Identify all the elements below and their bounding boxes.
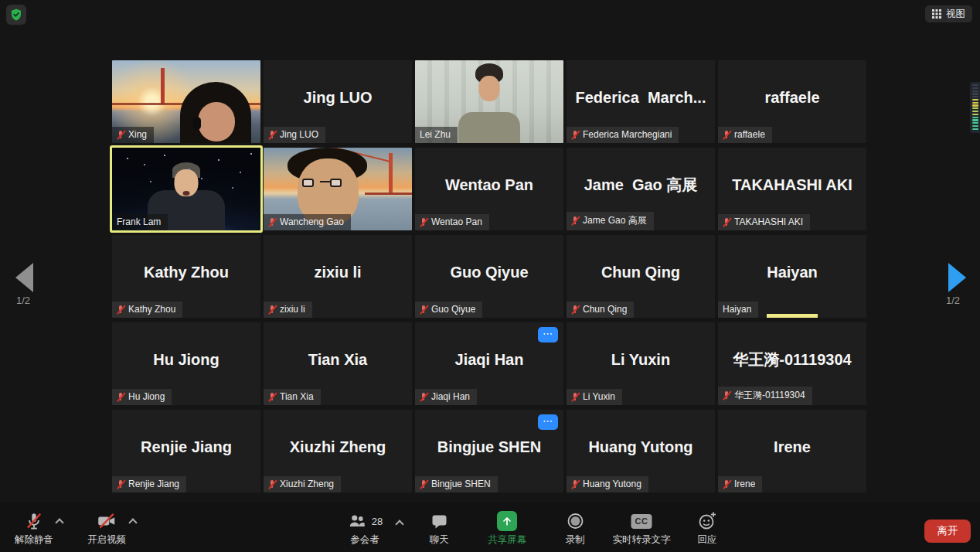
participant-name-center: Federica March... <box>567 60 715 135</box>
participant-tile[interactable]: Lei Zhu <box>415 60 563 143</box>
meter-segment <box>972 104 978 106</box>
participant-tile[interactable]: Haiyan Haiyan <box>718 235 866 318</box>
mic-muted-icon <box>117 392 124 402</box>
mic-muted-icon <box>571 392 579 402</box>
record-label: 录制 <box>566 533 585 547</box>
meter-segment <box>972 125 978 127</box>
participants-options-chevron[interactable] <box>395 520 403 528</box>
participant-tile[interactable]: ⋯ Bingjue SHEN Bingjue SHEN <box>415 410 563 492</box>
participant-tile[interactable]: Li Yuxin Li Yuxin <box>567 322 715 405</box>
participant-tile[interactable]: Huang Yutong Huang Yutong <box>567 410 715 492</box>
participant-tile[interactable]: Wentao Pan Wentao Pan <box>415 148 563 230</box>
participant-label-text: Wancheng Gao <box>280 216 344 227</box>
meter-segment <box>972 102 978 104</box>
participant-tile[interactable]: 华王漪-01119304 华王漪-01119304 <box>718 322 866 405</box>
live-transcript-button[interactable]: CC 实时转录文字 <box>613 510 671 547</box>
participant-tile[interactable]: Guo Qiyue Guo Qiyue <box>415 235 563 318</box>
share-screen-icon <box>497 511 517 531</box>
participant-label-text: Chun Qing <box>583 304 627 315</box>
mic-muted-icon <box>268 217 276 227</box>
participant-label: raffaele <box>718 127 772 143</box>
unmute-label: 解除静音 <box>15 533 53 547</box>
participant-tile[interactable]: Xiuzhi Zheng Xiuzhi Zheng <box>264 410 412 492</box>
participant-label: Lei Zhu <box>415 127 458 143</box>
reactions-button[interactable]: 回应 <box>697 510 717 547</box>
person-face <box>479 76 500 101</box>
participant-name-center: Jing LUO <box>264 60 412 135</box>
participant-tile[interactable]: ⋯ Jiaqi Han Jiaqi Han <box>415 322 563 405</box>
participant-label: Haiyan <box>718 302 758 318</box>
more-options-button[interactable]: ⋯ <box>538 414 558 430</box>
previous-page-arrow[interactable] <box>15 263 33 292</box>
participant-tile[interactable]: Chun Qing Chun Qing <box>567 235 715 318</box>
participant-tile[interactable]: Irene Irene <box>718 410 866 492</box>
speaking-indicator <box>767 314 818 318</box>
participant-tile[interactable]: raffaele raffaele <box>718 60 866 143</box>
bridge-tower <box>389 153 393 193</box>
participant-tile[interactable]: Wancheng Gao <box>264 148 412 230</box>
participants-icon <box>347 512 367 530</box>
meter-segment <box>972 128 978 130</box>
participant-label: zixiu li <box>264 302 312 318</box>
participant-name-center: Huang Yutong <box>567 410 715 485</box>
participant-tile[interactable]: Xing <box>112 60 260 143</box>
mic-muted-icon <box>571 479 579 489</box>
participant-tile[interactable]: Kathy Zhou Kathy Zhou <box>112 235 260 318</box>
participant-label: Jiaqi Han <box>415 389 477 405</box>
bridge-tower <box>161 68 165 104</box>
participant-tile[interactable]: zixiu li zixiu li <box>264 235 412 318</box>
meeting-toolbar: 解除静音 开启视频 28 参会者 <box>0 503 980 552</box>
participant-name-center: Tian Xia <box>264 322 412 397</box>
record-button[interactable]: 录制 <box>566 510 585 547</box>
participant-tile[interactable]: TAKAHASHI AKI TAKAHASHI AKI <box>718 148 866 230</box>
mic-muted-icon <box>268 479 276 489</box>
leave-button[interactable]: 离开 <box>924 520 971 543</box>
participant-label: Bingjue SHEN <box>415 476 498 492</box>
meter-segment <box>972 119 978 121</box>
security-shield-button[interactable] <box>6 5 26 25</box>
participant-label: Guo Qiyue <box>415 302 482 318</box>
start-video-button[interactable]: 开启视频 <box>87 510 126 547</box>
participant-tile[interactable]: Frank Lam <box>112 148 260 230</box>
video-options-chevron[interactable] <box>128 518 137 526</box>
participant-name-center: Kathy Zhou <box>112 235 260 310</box>
next-page-arrow[interactable] <box>948 263 966 292</box>
participant-label: Kathy Zhou <box>112 302 182 318</box>
unmute-button[interactable]: 解除静音 <box>15 510 53 547</box>
page-indicator: 1/2 <box>16 295 30 306</box>
chat-button[interactable]: 聊天 <box>430 510 449 547</box>
headphones <box>193 117 201 130</box>
reactions-smiley-icon <box>697 510 717 532</box>
participant-label-text: Bingjue SHEN <box>431 479 491 489</box>
participant-label-text: TAKAHASHI AKI <box>734 216 803 227</box>
mic-muted-icon <box>723 130 730 140</box>
mic-muted-icon <box>723 479 730 489</box>
mic-muted-icon <box>268 305 276 315</box>
chat-label: 聊天 <box>430 533 449 547</box>
participant-label-text: Hu Jiong <box>128 391 165 402</box>
glasses-bridge <box>320 181 331 182</box>
participants-button[interactable]: 28 参会者 <box>347 510 383 547</box>
participant-tile[interactable]: Federica March... Federica Marchegiani <box>567 60 715 143</box>
mic-muted-icon <box>420 217 427 227</box>
meter-segment <box>972 107 978 109</box>
participant-label-text: Huang Yutong <box>583 479 641 489</box>
participant-tile[interactable]: Jame Gao 高展 Jame Gao 高展 <box>567 148 715 230</box>
participant-tile[interactable]: Jing LUO Jing LUO <box>264 60 412 143</box>
participant-tile[interactable]: Hu Jiong Hu Jiong <box>112 322 260 405</box>
share-screen-button[interactable]: 共享屏幕 <box>488 510 526 547</box>
glasses-lens <box>302 179 314 187</box>
participant-label-text: Jing LUO <box>280 129 318 140</box>
participant-tile[interactable]: Renjie Jiang Renjie Jiang <box>112 410 260 492</box>
participant-label: Irene <box>718 476 762 492</box>
audio-options-chevron[interactable] <box>55 518 63 526</box>
more-options-button[interactable]: ⋯ <box>538 327 558 342</box>
glasses-lens <box>330 179 342 187</box>
view-button[interactable]: 视图 <box>925 5 972 22</box>
participant-tile[interactable]: Tian Xia Tian Xia <box>264 322 412 405</box>
participant-label: Jame Gao 高展 <box>567 212 654 230</box>
participant-label-text: Jame Gao 高展 <box>583 214 647 227</box>
camera-off-icon <box>96 510 117 532</box>
participant-label: Xing <box>112 127 154 143</box>
participants-count: 28 <box>372 516 383 527</box>
